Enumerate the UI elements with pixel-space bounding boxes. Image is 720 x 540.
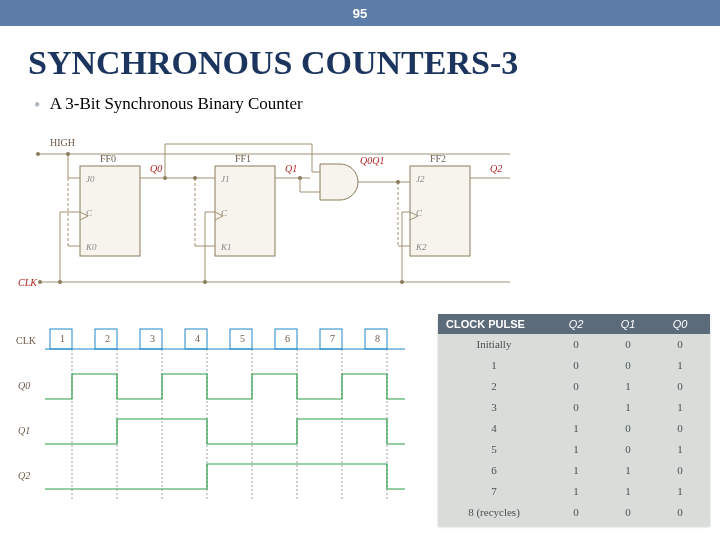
k2-label: K2 [415, 242, 427, 252]
q1-label: Q1 [285, 163, 297, 174]
svg-text:3: 3 [150, 333, 155, 344]
k0-label: K0 [85, 242, 97, 252]
svg-text:8: 8 [375, 333, 380, 344]
table-row: 7111 [438, 481, 710, 502]
svg-point-9 [66, 152, 70, 156]
svg-text:6: 6 [285, 333, 290, 344]
ff1-label: FF1 [235, 153, 251, 164]
ff0-label: FF0 [100, 153, 116, 164]
svg-text:1: 1 [60, 333, 65, 344]
q0-label: Q0 [150, 163, 162, 174]
table-row: 6110 [438, 460, 710, 481]
q2-label: Q2 [490, 163, 502, 174]
page-number: 95 [353, 6, 367, 21]
th-q2: Q2 [550, 318, 602, 330]
ff2-block: FF2 J2 C K2 Q2 [390, 153, 510, 284]
table-row: 2010 [438, 376, 710, 397]
ff2-label: FF2 [430, 153, 446, 164]
svg-point-22 [203, 280, 207, 284]
slide-title: SYNCHRONOUS COUNTERS-3 [0, 26, 720, 88]
slide-subtitle: A 3-Bit Synchronous Binary Counter [50, 94, 303, 113]
and-gate: Q0Q1 [165, 144, 390, 200]
svg-point-36 [396, 180, 400, 184]
timing-diagram: CLK Q0 Q1 Q2 1 2 3 4 5 6 7 8 [10, 314, 430, 514]
clk-waveform [45, 329, 405, 349]
j2-label: J2 [416, 174, 425, 184]
table-row: 4100 [438, 418, 710, 439]
slide-subtitle-row: • A 3-Bit Synchronous Binary Counter [0, 88, 720, 124]
q0-waveform [45, 374, 405, 399]
slide-content: HIGH CLK FF0 J0 C K0 Q0 [0, 124, 720, 534]
svg-text:7: 7 [330, 333, 335, 344]
circuit-diagram: HIGH CLK FF0 J0 C K0 Q0 [10, 124, 550, 304]
slide-number-bar: 95 [0, 0, 720, 26]
timing-ticks: 1 2 3 4 5 6 7 8 [60, 333, 387, 499]
timing-q2-label: Q2 [18, 470, 30, 481]
svg-point-39 [400, 280, 404, 284]
q0q1-label: Q0Q1 [360, 155, 384, 166]
bullet-icon: • [34, 95, 40, 115]
svg-text:2: 2 [105, 333, 110, 344]
table-row: Initially000 [438, 334, 710, 355]
th-q0: Q0 [654, 318, 706, 330]
q1-waveform [45, 419, 405, 444]
truth-table-body: Initially000 1001 2010 3011 4100 5101 61… [438, 334, 710, 523]
table-row: 5101 [438, 439, 710, 460]
truth-table-header: CLOCK PULSE Q2 Q1 Q0 [438, 314, 710, 334]
svg-text:4: 4 [195, 333, 200, 344]
truth-table: CLOCK PULSE Q2 Q1 Q0 Initially000 1001 2… [438, 314, 710, 526]
q2-waveform [45, 464, 405, 489]
table-row: 3011 [438, 397, 710, 418]
svg-point-1 [36, 152, 40, 156]
timing-q0-label: Q0 [18, 380, 30, 391]
ff0-block: FF0 J0 C K0 Q0 [58, 152, 175, 284]
j1-label: J1 [221, 174, 230, 184]
k1-label: K1 [220, 242, 232, 252]
table-row: 1001 [438, 355, 710, 376]
timing-clk-label: CLK [16, 335, 37, 346]
svg-point-12 [58, 280, 62, 284]
timing-q1-label: Q1 [18, 425, 30, 436]
high-label: HIGH [50, 137, 75, 148]
svg-point-19 [193, 176, 197, 180]
svg-text:5: 5 [240, 333, 245, 344]
clk-label: CLK [18, 277, 38, 288]
j0-label: J0 [86, 174, 95, 184]
th-clock-pulse: CLOCK PULSE [438, 318, 550, 330]
ff1-block: FF1 J1 C K1 Q1 [175, 153, 310, 284]
table-row: 8 (recycles)000 [438, 502, 710, 523]
th-q1: Q1 [602, 318, 654, 330]
svg-point-3 [38, 280, 42, 284]
